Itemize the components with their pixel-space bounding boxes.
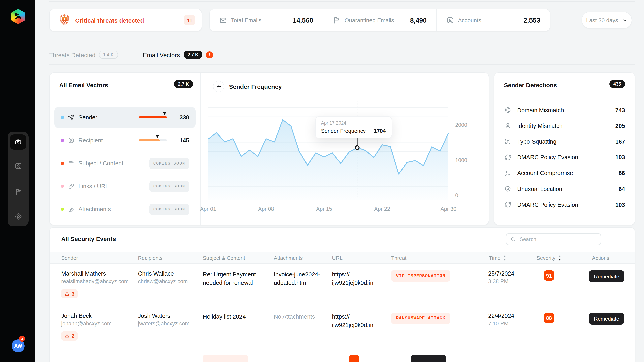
back-button[interactable] xyxy=(213,81,224,92)
top-divider xyxy=(49,1,635,1)
alert-icon: ! xyxy=(206,51,213,58)
detection-item[interactable]: Account Compromise 86 xyxy=(504,165,625,181)
detections-list: Domain Mismatch 743 Identity Mismatch 20… xyxy=(504,102,625,213)
stat-label: Total Emails xyxy=(231,17,262,23)
tab-threats-detected[interactable]: Threats Detected 1.4 K xyxy=(49,51,118,59)
detection-label: Domain Mismatch xyxy=(517,107,564,113)
chevron-down-icon xyxy=(622,17,627,23)
recipient-name: Chris Wallace xyxy=(138,270,193,277)
attachment-name: Invoice-june2024-udpated.htm xyxy=(274,270,332,287)
recycle-icon xyxy=(504,201,511,208)
subject-content: Re: Urgent Payment needed for renewal xyxy=(203,270,274,287)
detection-item[interactable]: Unusual Location 64 xyxy=(504,181,625,197)
sidebar: AW 3 xyxy=(0,0,36,362)
vector-item[interactable]: Attachments COMING SOON xyxy=(54,199,196,220)
hover-point-marker xyxy=(356,146,359,149)
flag-icon xyxy=(333,16,340,24)
column-header-severity[interactable]: Severity xyxy=(536,255,570,261)
svg-text:1000: 1000 xyxy=(455,157,467,163)
remediate-button[interactable] xyxy=(410,355,446,362)
vector-color-dot xyxy=(61,139,64,142)
stat-label: Accounts xyxy=(458,17,481,23)
typo-squat-icon xyxy=(504,138,511,145)
events-title: All Security Events xyxy=(61,235,116,242)
stat-label: Quarantined Emails xyxy=(344,17,394,23)
warning-count-badge: 3 xyxy=(61,289,78,299)
sidebar-nav xyxy=(8,131,28,226)
detection-count: 103 xyxy=(616,201,625,208)
text-lines-icon xyxy=(68,160,74,167)
sender-email: jonahb@abcxyz.com xyxy=(61,321,128,327)
vector-item[interactable]: Links / URL COMING SOON xyxy=(54,176,196,197)
detection-count: 167 xyxy=(616,138,625,145)
user-icon xyxy=(504,122,511,129)
vectors-count-badge: 2.7 K xyxy=(174,80,193,88)
tab-label: Email Vectors xyxy=(143,51,180,58)
column-header-recipients: Recipients xyxy=(138,255,203,261)
globe-icon xyxy=(504,107,511,113)
brand-logo[interactable] xyxy=(10,9,26,24)
detection-label: DMARC Policy Evasion xyxy=(517,201,578,208)
detection-label: Identity Mismatch xyxy=(517,123,563,129)
detection-item[interactable]: DMARC Policy Evasion 103 xyxy=(504,149,625,165)
user-card-icon xyxy=(68,137,74,144)
tab-count-badge: 2.7 K xyxy=(183,51,202,59)
vector-color-dot xyxy=(61,185,64,188)
sidebar-item-accounts[interactable] xyxy=(13,161,23,171)
vector-color-dot xyxy=(61,162,64,165)
sidebar-item-settings[interactable] xyxy=(13,212,23,221)
search-input[interactable] xyxy=(519,236,593,243)
vector-item[interactable]: Recipient 145 xyxy=(54,130,196,151)
event-url: https://​ijw921jej0k0d.in xyxy=(332,313,391,330)
tab-email-vectors[interactable]: Email Vectors 2.7 K ! xyxy=(143,51,213,59)
summary-stats-card: Total Emails 14,560 Quarantined Emails 8… xyxy=(209,9,550,31)
svg-text:Apr 08: Apr 08 xyxy=(258,206,274,212)
security-event-row[interactable] xyxy=(50,348,635,362)
security-event-row[interactable]: Marshall Mathers realslimshady@abcxyz.co… xyxy=(50,264,635,306)
sender-frequency-chart: Sender Frequency Apr 01Apr 08Apr 15Apr 2… xyxy=(200,73,489,225)
detection-count: 64 xyxy=(619,186,625,192)
vector-item[interactable]: Sender 338 xyxy=(54,107,196,128)
vector-label: Recipient xyxy=(78,137,103,144)
sidebar-item-overview[interactable] xyxy=(10,134,26,150)
event-date: 25/7/2024 xyxy=(488,270,517,277)
detection-item[interactable]: Domain Mismatch 743 xyxy=(504,102,625,118)
vector-label: Subject / Content xyxy=(78,160,123,167)
severity-badge: 88 xyxy=(544,313,554,323)
remediate-button[interactable]: Remediate xyxy=(589,313,624,325)
vectors-title: All Email Vectors xyxy=(59,82,108,88)
critical-threats-count: 11 xyxy=(184,15,195,25)
security-event-row[interactable]: Jonah Beck jonahb@abcxyz.com 2 Josh Wate… xyxy=(50,306,635,348)
security-events-panel: All Security Events SenderRecipientsSubj… xyxy=(49,227,635,362)
column-header-threat: Threat xyxy=(391,255,488,261)
detection-item[interactable]: Identity Mismatch 205 xyxy=(504,118,625,134)
sidebar-item-quarantine[interactable] xyxy=(13,187,23,197)
coming-soon-badge: COMING SOON xyxy=(149,204,189,215)
arrow-left-icon xyxy=(216,83,222,89)
chart-tooltip: Apr 17 2024 Sender Frequency 1704 xyxy=(315,116,392,138)
recycle-icon xyxy=(504,154,511,161)
detection-item[interactable]: Typo-Squatting 167 xyxy=(504,134,625,149)
remediate-button[interactable]: Remediate xyxy=(589,270,624,282)
mail-icon xyxy=(219,16,227,24)
column-header-time[interactable]: Time xyxy=(489,255,527,261)
attachment-name: No Attachments xyxy=(274,313,332,321)
tabs-divider xyxy=(49,64,635,65)
column-header-sender: Sender xyxy=(61,255,138,261)
location-icon xyxy=(504,185,511,192)
send-icon xyxy=(68,114,74,121)
tooltip-value: 1704 xyxy=(374,128,386,134)
critical-threats-card[interactable]: Critical threats detected 11 xyxy=(49,9,202,31)
vector-label: Attachments xyxy=(78,206,111,212)
vector-item[interactable]: Subject / Content COMING SOON xyxy=(54,153,196,174)
email-vectors-panel: All Email Vectors 2.7 K Sender 338 Recip… xyxy=(49,72,489,225)
stat-accounts: Accounts 2,553 xyxy=(436,9,550,31)
stat-value: 8,490 xyxy=(410,16,427,24)
link-icon xyxy=(68,183,74,189)
detection-label: Account Compromise xyxy=(517,170,573,176)
svg-text:2000: 2000 xyxy=(455,122,467,128)
chart-title: Sender Frequency xyxy=(229,83,282,90)
user-card-icon xyxy=(14,162,22,170)
detection-item[interactable]: DMARC Policy Evasion 103 xyxy=(504,197,625,212)
date-range-select[interactable]: Last 30 days xyxy=(582,12,632,28)
